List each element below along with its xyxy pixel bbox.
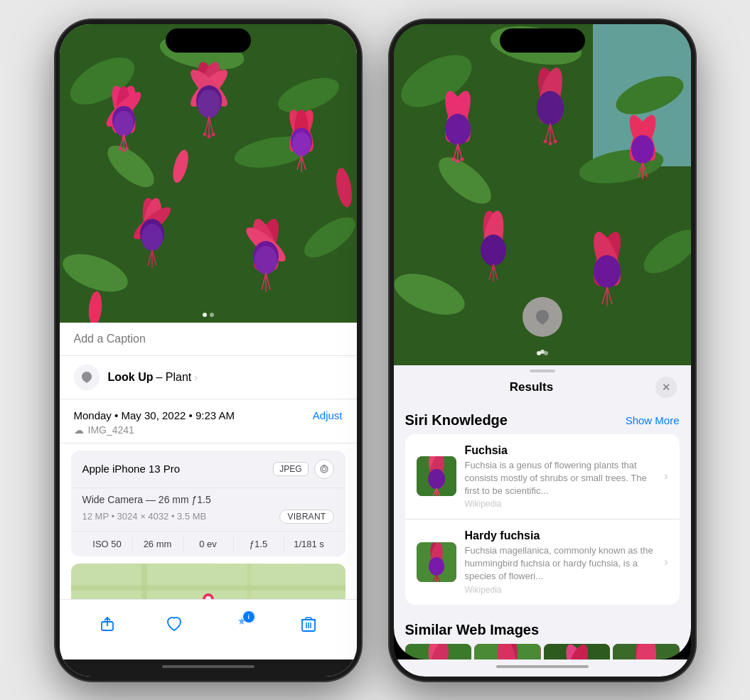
photo-dot-1 bbox=[203, 313, 207, 317]
camera-icon bbox=[319, 464, 329, 474]
fuchsia-text: Fuchsia Fuchsia is a genus of flowering … bbox=[465, 444, 656, 510]
knowledge-card: Fuchsia Fuchsia is a genus of flowering … bbox=[405, 434, 680, 605]
format-badge: JPEG bbox=[273, 462, 308, 476]
right-photo-dots bbox=[394, 351, 691, 355]
filename-text: IMG_4241 bbox=[88, 424, 134, 436]
camera-btn[interactable] bbox=[314, 459, 334, 479]
svg-rect-72 bbox=[306, 618, 311, 620]
similar-title: Similar Web Images bbox=[405, 622, 540, 638]
hardy-text: Hardy fuchsia Fuchsia magellanica, commo… bbox=[465, 529, 656, 595]
caption-input[interactable] bbox=[74, 333, 343, 345]
dynamic-island bbox=[166, 28, 251, 53]
leaf-lookup-icon bbox=[532, 307, 552, 327]
right-phone: Results ✕ Siri Knowledge Show More bbox=[390, 20, 695, 681]
camera-row: Wide Camera — 26 mm ƒ1.5 bbox=[71, 488, 345, 508]
svg-point-96 bbox=[537, 91, 564, 125]
hardy-thumb-svg bbox=[417, 542, 456, 582]
cloud-icon: ☁ bbox=[74, 424, 84, 436]
svg-point-19 bbox=[126, 147, 129, 150]
svg-point-18 bbox=[122, 149, 125, 152]
svg-rect-64 bbox=[141, 564, 146, 598]
svg-point-124 bbox=[428, 469, 445, 489]
right-home-bar bbox=[496, 665, 589, 668]
photo-dots bbox=[60, 313, 357, 317]
spec-text: 12 MP • 3024 × 4032 • 3.5 MB bbox=[82, 511, 207, 522]
right-dynamic-island bbox=[500, 28, 585, 53]
similar-section: Similar Web Images bbox=[405, 616, 680, 659]
home-indicator bbox=[60, 659, 357, 677]
home-bar bbox=[162, 665, 255, 668]
lookup-chevron: › bbox=[194, 372, 198, 383]
svg-point-87 bbox=[445, 114, 471, 145]
svg-rect-61 bbox=[323, 465, 326, 467]
hardy-source: Wikipedia bbox=[465, 585, 656, 595]
map-section[interactable] bbox=[71, 564, 345, 599]
results-close-btn[interactable]: ✕ bbox=[655, 377, 677, 398]
photo-area[interactable] bbox=[60, 24, 357, 323]
svg-point-60 bbox=[322, 467, 326, 470]
lookup-row[interactable]: Look Up – Plant › bbox=[60, 356, 357, 399]
svg-point-100 bbox=[543, 139, 547, 143]
caption-field[interactable] bbox=[60, 323, 357, 356]
similar-img-3[interactable] bbox=[544, 644, 611, 659]
svg-point-31 bbox=[211, 132, 215, 136]
fuchsia-thumb bbox=[417, 456, 456, 496]
info-badge: i bbox=[243, 611, 255, 623]
similar-img-1[interactable] bbox=[405, 644, 472, 659]
date-text: Monday • May 30, 2022 • 9:23 AM bbox=[74, 409, 235, 421]
device-badges: JPEG bbox=[273, 459, 333, 479]
share-icon bbox=[100, 616, 115, 632]
heart-btn[interactable] bbox=[159, 608, 190, 640]
share-btn[interactable] bbox=[92, 608, 123, 640]
exif-focal: 26 mm bbox=[133, 537, 183, 551]
left-screen: Look Up – Plant › Monday • May 30, 2022 … bbox=[60, 24, 357, 677]
svg-point-92 bbox=[456, 159, 459, 163]
sim3-svg bbox=[544, 644, 611, 659]
svg-point-44 bbox=[141, 224, 163, 251]
info-btn[interactable]: i bbox=[226, 608, 257, 640]
knowledge-item-hardy[interactable]: Hardy fuchsia Fuchsia magellanica, commo… bbox=[405, 519, 680, 605]
right-screen: Results ✕ Siri Knowledge Show More bbox=[394, 24, 691, 677]
filename-row: ☁ IMG_4241 bbox=[74, 424, 343, 436]
trash-btn[interactable] bbox=[293, 608, 324, 640]
svg-point-131 bbox=[429, 557, 444, 576]
bottom-toolbar: i bbox=[60, 599, 357, 659]
fuchsia-desc: Fuchsia is a genus of flowering plants t… bbox=[465, 459, 656, 498]
svg-point-93 bbox=[460, 157, 464, 161]
siri-knowledge-section: Siri Knowledge Show More bbox=[405, 406, 680, 605]
lookup-icon-bg bbox=[74, 365, 100, 390]
svg-rect-65 bbox=[247, 564, 251, 598]
exif-row: ISO 50 26 mm 0 ev ƒ1.5 1/181 s bbox=[71, 531, 345, 556]
adjust-btn[interactable]: Adjust bbox=[313, 409, 343, 421]
similar-img-2[interactable] bbox=[474, 644, 541, 659]
hardy-thumb bbox=[417, 542, 456, 582]
svg-point-91 bbox=[451, 157, 455, 161]
device-name: Apple iPhone 13 Pro bbox=[82, 463, 181, 475]
svg-point-105 bbox=[631, 135, 654, 163]
fuchsia-source: Wikipedia bbox=[465, 499, 656, 509]
exif-shutter: 1/181 s bbox=[284, 537, 334, 551]
svg-point-36 bbox=[292, 132, 311, 156]
show-more-btn[interactable]: Show More bbox=[626, 414, 680, 426]
specs-row: 12 MP • 3024 × 4032 • 3.5 MB VIBRANT bbox=[71, 508, 345, 531]
knowledge-item-fuchsia[interactable]: Fuchsia Fuchsia is a genus of flowering … bbox=[405, 434, 680, 520]
left-phone: Look Up – Plant › Monday • May 30, 2022 … bbox=[55, 20, 361, 681]
visual-lookup-btn[interactable] bbox=[523, 297, 562, 337]
trash-icon bbox=[301, 616, 316, 632]
hardy-chevron: › bbox=[664, 556, 668, 569]
svg-point-102 bbox=[553, 139, 557, 143]
lookup-suffix: – Plant bbox=[156, 371, 192, 384]
vibrant-badge: VIBRANT bbox=[279, 510, 333, 524]
results-header: Results ✕ bbox=[394, 365, 691, 406]
hardy-name: Hardy fuchsia bbox=[465, 529, 656, 542]
results-title: Results bbox=[408, 380, 655, 394]
similar-img-4[interactable] bbox=[613, 644, 680, 659]
right-photo-area[interactable] bbox=[394, 24, 691, 365]
svg-point-30 bbox=[207, 134, 210, 138]
sim1-svg bbox=[405, 644, 472, 659]
right-photo-dot-2 bbox=[544, 351, 548, 355]
fuchsia-thumb-svg bbox=[417, 456, 456, 496]
svg-point-13 bbox=[114, 111, 134, 136]
content-area: Look Up – Plant › Monday • May 30, 2022 … bbox=[60, 323, 357, 599]
lookup-bold: Look Up bbox=[108, 371, 154, 384]
